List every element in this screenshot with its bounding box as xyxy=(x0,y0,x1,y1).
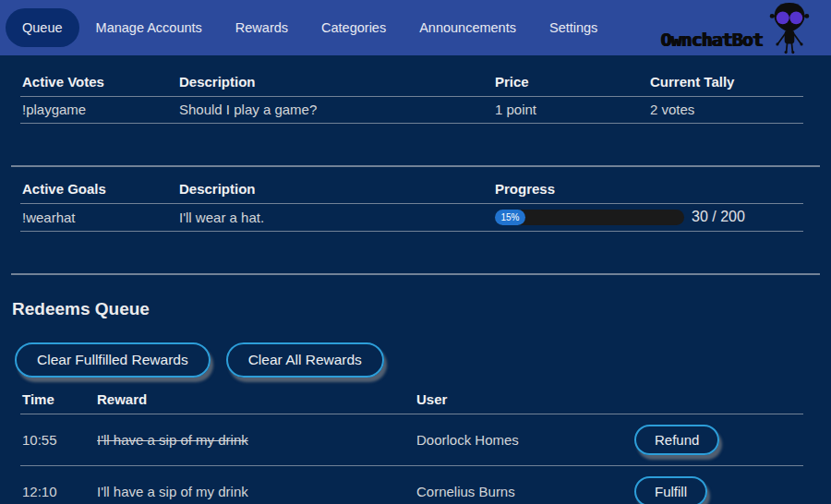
tab-queue[interactable]: Queue xyxy=(6,8,79,47)
col-active-goals: Active Goals xyxy=(20,181,177,204)
section-divider xyxy=(11,165,820,167)
redeem-user: Doorlock Homes xyxy=(415,414,632,466)
vote-description: Should I play a game? xyxy=(177,97,493,124)
progress-count: 30 / 200 xyxy=(692,209,745,225)
section-divider xyxy=(11,273,820,275)
fulfill-button[interactable]: Fulfill xyxy=(634,476,707,504)
redeem-reward: I'll have a sip of my drink xyxy=(95,414,415,466)
progress-bar-track: 15% xyxy=(495,210,684,225)
col-time: Time xyxy=(20,391,95,414)
redeem-time: 12:10 xyxy=(20,466,95,504)
col-reward: Reward xyxy=(95,391,415,414)
redeem-time: 10:55 xyxy=(20,414,95,466)
redeem-reward: I'll have a sip of my drink xyxy=(95,466,415,504)
col-action xyxy=(632,391,803,414)
col-description: Description xyxy=(177,74,493,97)
redeems-queue-title: Redeems Queue xyxy=(12,299,820,319)
refund-button[interactable]: Refund xyxy=(634,425,719,455)
redeems-actions: Clear Fullfilled Rewards Clear All Rewar… xyxy=(15,342,820,378)
tab-settings[interactable]: Settings xyxy=(533,8,614,47)
tab-rewards[interactable]: Rewards xyxy=(219,8,305,47)
col-user: User xyxy=(415,391,632,414)
page-content: Active Votes Description Price Current T… xyxy=(0,74,831,504)
clear-fulfilled-rewards-button[interactable]: Clear Fullfilled Rewards xyxy=(15,342,211,378)
logo-wordmark: OwnchatBot xyxy=(661,29,763,51)
col-price: Price xyxy=(493,74,648,97)
ownchatbot-robot-icon xyxy=(763,1,816,54)
table-row: !wearhat I'll wear a hat. 15% 30 / 200 xyxy=(20,204,803,232)
goal-command: !wearhat xyxy=(20,204,177,232)
goal-description: I'll wear a hat. xyxy=(177,204,493,232)
navbar: Queue Manage Accounts Rewards Categories… xyxy=(0,0,831,55)
vote-price: 1 point xyxy=(493,97,648,124)
col-active-votes: Active Votes xyxy=(20,74,177,97)
tab-manage-accounts[interactable]: Manage Accounts xyxy=(79,8,219,47)
vote-tally: 2 votes xyxy=(648,97,803,124)
tab-categories[interactable]: Categories xyxy=(305,8,403,47)
tab-announcements[interactable]: Announcements xyxy=(403,8,533,47)
redeems-header-row: Time Reward User xyxy=(20,391,803,414)
active-goals-table: Active Goals Description Progress !wearh… xyxy=(20,181,803,232)
active-votes-table: Active Votes Description Price Current T… xyxy=(20,74,803,124)
col-current-tally: Current Tally xyxy=(648,74,803,97)
goal-progress: 15% 30 / 200 xyxy=(495,209,803,225)
table-row: !playgame Should I play a game? 1 point … xyxy=(20,97,803,124)
col-description: Description xyxy=(177,181,493,204)
table-row: 12:10 I'll have a sip of my drink Cornel… xyxy=(20,466,803,504)
redeem-user: Cornelius Burns xyxy=(415,466,632,504)
active-goals-header-row: Active Goals Description Progress xyxy=(20,181,803,204)
active-votes-header-row: Active Votes Description Price Current T… xyxy=(20,74,803,97)
vote-command: !playgame xyxy=(20,97,177,124)
progress-bar-fill: 15% xyxy=(495,210,525,225)
clear-all-rewards-button[interactable]: Clear All Rewards xyxy=(226,342,384,378)
col-progress: Progress xyxy=(493,181,803,204)
app-logo: OwnchatBot xyxy=(661,0,831,55)
table-row: 10:55 I'll have a sip of my drink Doorlo… xyxy=(20,414,803,466)
redeems-queue-table: Time Reward User 10:55 I'll have a sip o… xyxy=(20,391,803,504)
